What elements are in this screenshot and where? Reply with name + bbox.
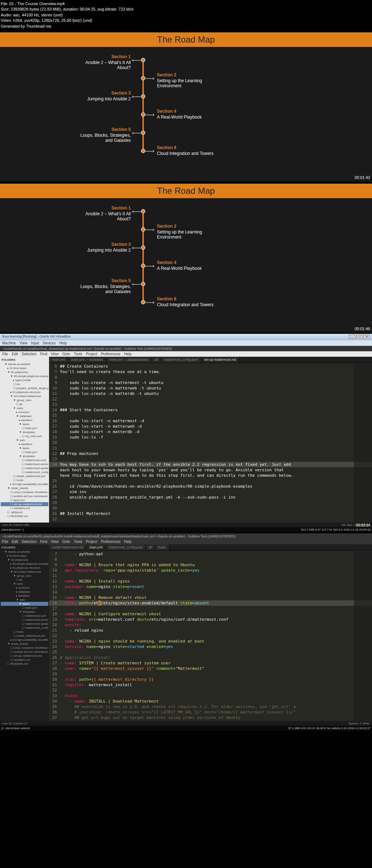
taskbar[interactable]: [dave@archon:~] 912.7 MiB 0.07 137.7 M 1…: [0, 527, 372, 532]
status-bar: Line 24, Column 288Tab Size: 2 Markdown: [0, 523, 372, 527]
minimize-icon[interactable]: _: [349, 335, 355, 339]
tab-strip[interactable]: install-mattermost.mdmain.ymlmattermost_…: [49, 544, 372, 551]
minimap[interactable]: [354, 551, 372, 721]
close-icon[interactable]: ✕: [363, 335, 370, 339]
folder-tree[interactable]: FOLDERS ▼ hands-on-ansible ▸ 01-first-st…: [0, 357, 49, 523]
code-editor[interactable]: install-mattermost.mdmain.ymlmattermost_…: [49, 544, 372, 721]
vm-titlebar[interactable]: linux-learning [Running] - Oracle VM Vir…: [0, 334, 372, 340]
status-bar: Line 16, Column 17Spaces: 2 YAML: [0, 721, 372, 726]
roadmap-frame-2: The Road Map Section 1Ansible 2 – What's…: [0, 184, 372, 333]
roadmap-title: The Road Map: [0, 32, 372, 47]
sublime-titlebar: ~/code/hands-on-ansible/02-playbooks/02-…: [0, 533, 372, 539]
sublime-titlebar: ~/code/hands-on-ansible/cheat_sheets/set…: [0, 346, 372, 351]
sublime-menu[interactable]: FileEditSelectionFindViewGotoToolsProjec…: [0, 351, 372, 357]
tab-strip[interactable]: main.ymlmain.yml — webtasksmain.yml — da…: [49, 357, 372, 363]
sublime-menu[interactable]: FileEditSelectionFindViewGotoToolsProjec…: [0, 539, 372, 544]
timestamp: 00:01:42: [355, 175, 370, 180]
code-editor[interactable]: main.ymlmain.yml — webtasksmain.yml — da…: [49, 357, 372, 523]
timestamp: 00:03:34: [356, 523, 370, 527]
folder-tree[interactable]: FOLDERS ▼ hands-on-ansible ▸ 01-first-st…: [0, 544, 49, 721]
editor-frame-2: ~/code/hands-on-ansible/02-playbooks/02-…: [0, 533, 372, 731]
roadmap-frame-1: The Road Map Section 1Ansible 2 – What's…: [0, 32, 372, 181]
minimap[interactable]: [354, 363, 372, 523]
taskbar[interactable]: [1: xterm/dave selecte97.1 MiB 0.02 20.3…: [0, 726, 372, 731]
editor-frame-1: linux-learning [Running] - Oracle VM Vir…: [0, 334, 372, 532]
maximize-icon[interactable]: □: [356, 335, 363, 339]
vm-menu[interactable]: MachineViewInputDevicesHelp: [0, 340, 372, 346]
file-metadata: File: 01 - The Course Overview.mp4 Size:…: [0, 0, 372, 30]
